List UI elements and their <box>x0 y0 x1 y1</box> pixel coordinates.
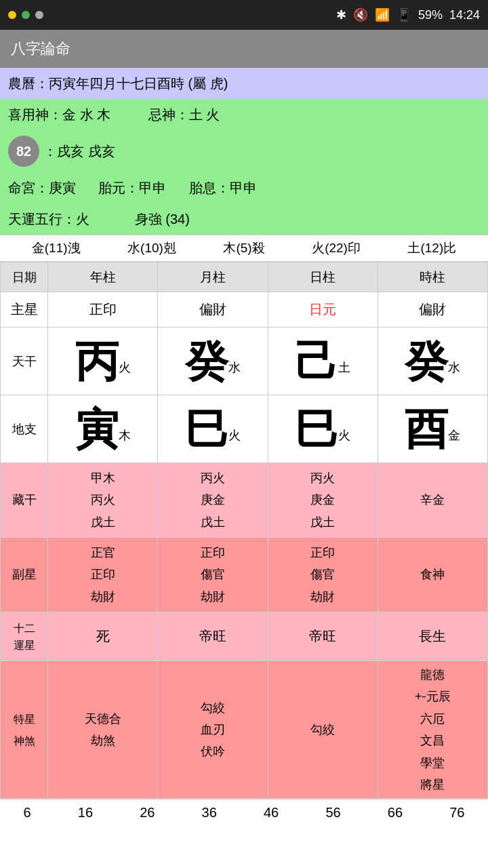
canggan-d3: 戊土 <box>310 515 335 529</box>
yunxing-label-text: 十二運星 <box>14 623 35 650</box>
fuxing-y3: 劫財 <box>91 590 115 604</box>
dizhi-year-char: 寅 <box>75 405 119 454</box>
canggan-y3: 戊土 <box>91 515 115 529</box>
dizhi-hour-elem: 金 <box>448 429 460 442</box>
heavenly-luck-row: 天運五行：火 身強 (34) <box>0 203 488 235</box>
fuxing-d3: 劫財 <box>310 590 335 604</box>
elem-gold: 金(11)洩 <box>32 239 81 257</box>
canggan-y2: 丙火 <box>91 493 115 507</box>
tiangan-row: 天干 丙火 癸水 己土 癸水 <box>1 328 488 395</box>
dizhi-month: 巳火 <box>158 395 268 463</box>
canggan-m1: 丙火 <box>201 471 225 485</box>
nayin-text: ：戌亥 戌亥 <box>43 141 115 161</box>
dizhi-day-char: 巳 <box>295 405 338 454</box>
special-y2: 劫煞 <box>91 734 115 747</box>
special-label: 特星神煞 <box>1 661 48 799</box>
header-hour: 時柱 <box>378 262 487 292</box>
fuxing-y2: 正印 <box>91 568 115 581</box>
yunxing-year: 死 <box>48 612 158 661</box>
header-label: 日期 <box>1 262 48 292</box>
fetal2-text: 胎息：甲申 <box>189 180 257 195</box>
special-year: 天德合 劫煞 <box>48 661 158 799</box>
canggan-d2: 庚金 <box>310 493 335 507</box>
num-6: 66 <box>388 805 403 821</box>
canggan-hour: 辛金 <box>378 463 487 538</box>
tiangan-hour: 癸水 <box>378 328 487 395</box>
header-day: 日柱 <box>268 262 378 292</box>
status-bar: ✱ 🔇 📶 📱 59% 14:24 <box>0 0 488 30</box>
num-4: 46 <box>264 805 279 821</box>
fuxing-year: 正官 正印 劫財 <box>48 538 158 612</box>
tiangan-day-elem: 土 <box>338 361 350 374</box>
main-star-year: 正印 <box>48 292 158 328</box>
heavenly-luck-text: 天運五行：火 <box>8 212 89 226</box>
lunar-date-row: 農曆：丙寅年四月十七日酉時 (屬 虎) <box>0 68 488 99</box>
yunxing-day: 帝旺 <box>268 612 378 661</box>
life-palace-text: 命宮：庚寅 <box>8 180 76 195</box>
time-text: 14:24 <box>449 8 480 22</box>
tiangan-year-elem: 火 <box>119 361 131 374</box>
canggan-day: 丙火 庚金 戊土 <box>268 463 378 538</box>
special-m1: 勾絞 <box>201 701 225 715</box>
fetal1-text: 胎元：甲申 <box>98 180 166 195</box>
special-hour: 龍德 +-元辰 六厄 文昌 學堂 將星 <box>378 661 487 799</box>
canggan-label: 藏干 <box>1 463 48 538</box>
mute-icon: 🔇 <box>353 7 368 22</box>
main-star-row: 主星 正印 偏財 日元 偏財 <box>1 292 488 328</box>
five-elements-row: 金(11)洩 水(10)剋 木(5)殺 火(22)印 土(12)比 <box>0 235 488 262</box>
yunxing-month: 帝旺 <box>158 612 268 661</box>
bazi-table: 日期 年柱 月柱 日柱 時柱 主星 正印 偏財 日元 偏財 天干 丙火 癸水 己… <box>0 262 488 799</box>
special-h3: 六厄 <box>420 712 445 726</box>
special-day: 勾絞 <box>268 661 378 799</box>
lunar-date-text: 農曆：丙寅年四月十七日酉時 (屬 虎) <box>8 76 228 91</box>
dizhi-hour: 酉金 <box>378 395 487 463</box>
canggan-h1: 辛金 <box>420 493 445 507</box>
yunxing-label: 十二運星 <box>1 612 48 661</box>
tiangan-hour-char: 癸 <box>405 337 448 386</box>
favorable-gods-row: 喜用神：金 水 木 忌神：土 火 <box>0 99 488 130</box>
num-3: 36 <box>202 805 217 821</box>
num-7: 76 <box>449 805 464 821</box>
tiangan-year: 丙火 <box>48 328 158 395</box>
special-stars-row: 特星神煞 天德合 劫煞 勾絞 血刃 伏吟 勾絞 龍德 +-元辰 六厄 文昌 學堂… <box>1 661 488 799</box>
fuxing-day: 正印 傷官 劫財 <box>268 538 378 612</box>
tiangan-label: 天干 <box>1 328 48 395</box>
special-m2: 血刃 <box>201 723 225 736</box>
tiangan-hour-elem: 水 <box>448 361 460 374</box>
header-year: 年柱 <box>48 262 158 292</box>
dizhi-month-char: 巳 <box>185 405 228 454</box>
app-title: 八字論命 <box>11 39 70 59</box>
dizhi-day: 巳火 <box>268 395 378 463</box>
special-d1: 勾絞 <box>310 723 335 736</box>
fuxing-row: 副星 正官 正印 劫財 正印 傷官 劫財 正印 傷官 劫財 食神 <box>1 538 488 612</box>
special-h6: 將星 <box>420 778 445 791</box>
fuxing-y1: 正官 <box>91 546 115 559</box>
special-h4: 文昌 <box>420 734 445 747</box>
table-header-row: 日期 年柱 月柱 日柱 時柱 <box>1 262 488 292</box>
tiangan-month-char: 癸 <box>185 337 228 386</box>
canggan-row: 藏干 甲木 丙火 戊土 丙火 庚金 戊土 丙火 庚金 戊土 辛金 <box>1 463 488 538</box>
elem-earth: 土(12)比 <box>407 239 456 257</box>
special-h5: 學堂 <box>420 756 445 770</box>
fuxing-m3: 劫財 <box>201 590 225 604</box>
main-content: 農曆：丙寅年四月十七日酉時 (屬 虎) 喜用神：金 水 木 忌神：土 火 82 … <box>0 68 488 826</box>
dot3-icon <box>35 11 43 19</box>
canggan-m3: 戊土 <box>201 515 225 529</box>
tiangan-year-char: 丙 <box>75 337 119 386</box>
special-m3: 伏吟 <box>201 745 225 758</box>
title-bar: 八字論命 <box>0 30 488 68</box>
signal-icon: 📱 <box>396 7 411 22</box>
tiangan-day: 己土 <box>268 328 378 395</box>
bottom-numbers-row: 6 16 26 36 46 56 66 76 <box>0 799 488 826</box>
canggan-year: 甲木 丙火 戊土 <box>48 463 158 538</box>
dot2-icon <box>22 11 30 19</box>
dizhi-year-elem: 木 <box>119 429 131 442</box>
special-y1: 天德合 <box>85 712 121 726</box>
dizhi-month-elem: 火 <box>228 429 241 442</box>
main-star-month: 偏財 <box>158 292 268 328</box>
fuxing-label: 副星 <box>1 538 48 612</box>
tiangan-month-elem: 水 <box>228 361 241 374</box>
canggan-d1: 丙火 <box>310 471 335 485</box>
yunxing-row: 十二運星 死 帝旺 帝旺 長生 <box>1 612 488 661</box>
tiangan-day-char: 己 <box>295 337 338 386</box>
